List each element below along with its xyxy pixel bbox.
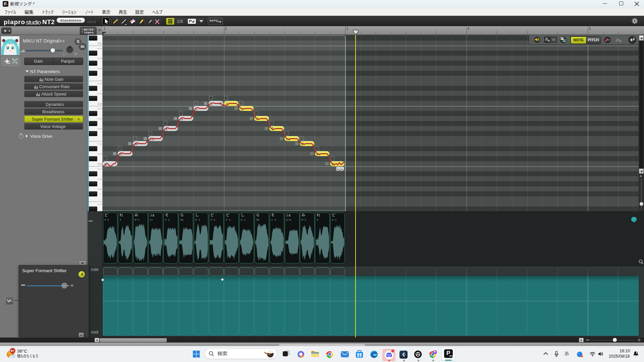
svg-text:z: z <box>637 351 638 354</box>
